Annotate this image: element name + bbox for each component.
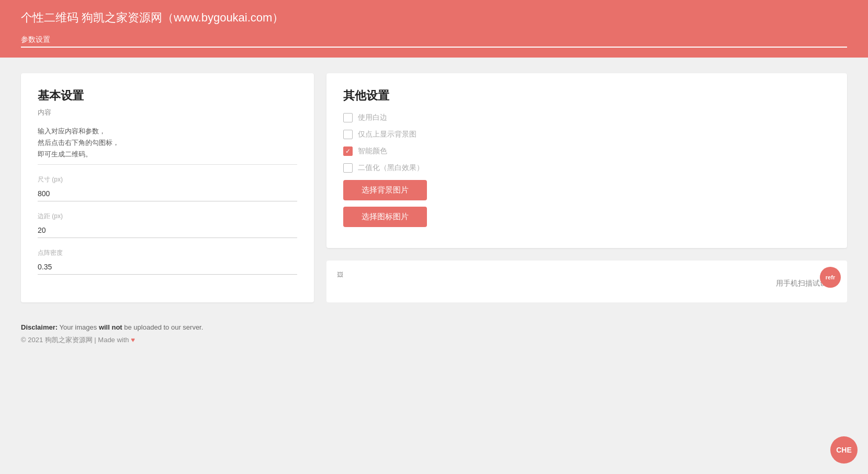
checkbox-bg-only[interactable]	[343, 130, 353, 139]
disclaimer-suffix: be uploaded to our server.	[124, 323, 203, 331]
density-field-group: 点阵密度	[38, 249, 297, 275]
copyright-label: © 2021 狗凯之家资源网 | Made with	[21, 336, 131, 344]
other-settings-title: 其他设置	[343, 88, 830, 104]
disclaimer-bold: will not	[99, 323, 122, 331]
density-label: 点阵密度	[38, 249, 297, 257]
right-column: 其他设置 使用白边 仅点上显示背景图 智能颜色 二值化（黑白效果） 选择背景图片…	[326, 73, 847, 302]
checkbox-label-bg-only: 仅点上显示背景图	[358, 130, 416, 139]
site-title: 个性二维码 狗凯之家资源网（www.bygoukai.com）	[21, 10, 847, 26]
disclaimer-label: Disclaimer:	[21, 323, 58, 331]
checkbox-label-smart-color: 智能颜色	[358, 146, 387, 156]
nav-tab-params[interactable]: 参数设置	[21, 35, 847, 48]
basic-settings-title: 基本设置	[38, 88, 297, 104]
refresh-button[interactable]: refr	[820, 267, 841, 288]
basic-settings-card: 基本设置 内容 输入对应内容和参数，然后点击右下角的勾图标，即可生成二维码。 尺…	[21, 73, 314, 302]
margin-label: 边距 (px)	[38, 212, 297, 221]
checkbox-row-white-border: 使用白边	[343, 113, 830, 122]
density-input[interactable]	[38, 261, 297, 275]
checkbox-row-binarize: 二值化（黑白效果）	[343, 163, 830, 173]
header: 个性二维码 狗凯之家资源网（www.bygoukai.com） 参数设置	[0, 0, 868, 58]
checkbox-row-smart-color: 智能颜色	[343, 146, 830, 156]
footer: Disclaimer: Your images will not be uplo…	[0, 318, 868, 355]
disclaimer-main: Your images	[59, 323, 98, 331]
checkbox-label-white-border: 使用白边	[358, 113, 387, 122]
qr-preview-card: 🖼 refr 用手机扫描试试吧!	[326, 261, 847, 302]
size-input[interactable]	[38, 187, 297, 201]
checkbox-smart-color[interactable]	[343, 146, 353, 156]
other-settings-card: 其他设置 使用白边 仅点上显示背景图 智能颜色 二值化（黑白效果） 选择背景图片…	[326, 73, 847, 248]
checkbox-label-binarize: 二值化（黑白效果）	[358, 163, 424, 173]
disclaimer-text: Disclaimer: Your images will not be uplo…	[21, 323, 847, 331]
main-content: 基本设置 内容 输入对应内容和参数，然后点击右下角的勾图标，即可生成二维码。 尺…	[0, 58, 868, 318]
margin-field-group: 边距 (px)	[38, 212, 297, 238]
select-icon-button[interactable]: 选择图标图片	[343, 207, 427, 227]
checkbox-row-bg-only: 仅点上显示背景图	[343, 130, 830, 139]
broken-image-icon: 🖼	[337, 271, 343, 278]
margin-input[interactable]	[38, 224, 297, 238]
content-label: 内容	[38, 108, 297, 117]
size-field-group: 尺寸 (px)	[38, 175, 297, 201]
checkbox-white-border[interactable]	[343, 113, 353, 122]
checkbox-binarize[interactable]	[343, 163, 353, 173]
che-badge[interactable]: CHE	[830, 436, 858, 464]
size-label: 尺寸 (px)	[38, 175, 297, 184]
copyright-text: © 2021 狗凯之家资源网 | Made with ♥	[21, 335, 847, 345]
instructions-text: 输入对应内容和参数，然后点击右下角的勾图标，即可生成二维码。	[38, 126, 297, 160]
heart-icon: ♥	[131, 336, 135, 344]
select-bg-button[interactable]: 选择背景图片	[343, 180, 427, 200]
